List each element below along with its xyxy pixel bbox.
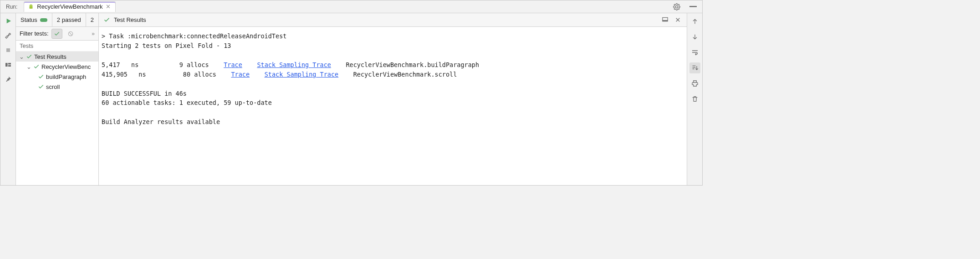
filter-more-button[interactable]: » bbox=[92, 31, 95, 37]
run-tool-window: Run: RecyclerViewBenchmark ✕ Status bbox=[0, 0, 703, 186]
run-label: Run: bbox=[3, 4, 20, 10]
passed-label: 2 passed bbox=[57, 16, 81, 23]
close-results-button[interactable] bbox=[674, 16, 682, 24]
wrench-button[interactable] bbox=[3, 31, 13, 41]
trace-link[interactable]: Trace bbox=[231, 71, 250, 78]
scroll-to-end-button[interactable] bbox=[689, 62, 700, 73]
console-text: RecyclerViewBenchmark.buildParagraph bbox=[331, 61, 479, 68]
check-icon bbox=[38, 83, 44, 90]
console-output[interactable]: > Task :microbenchmark:connectedReleaseA… bbox=[99, 27, 687, 185]
status-label: Status bbox=[20, 16, 37, 23]
check-icon bbox=[26, 53, 32, 60]
left-tool-strip bbox=[0, 13, 16, 185]
console-line: > Task :microbenchmark:connectedReleaseA… bbox=[102, 32, 286, 40]
count-cell: 2 bbox=[86, 13, 98, 26]
pin-button[interactable] bbox=[3, 74, 13, 84]
arrow-down-icon bbox=[691, 33, 699, 41]
console-text bbox=[250, 71, 265, 78]
console-text: 5,417 ns 9 allocs bbox=[102, 61, 224, 68]
stack-sampling-trace-link[interactable]: Stack Sampling Trace bbox=[257, 61, 331, 68]
printer-icon bbox=[691, 80, 699, 87]
print-button[interactable] bbox=[689, 78, 700, 89]
run-tab-bar: Run: RecyclerViewBenchmark ✕ bbox=[0, 0, 702, 13]
settings-button[interactable] bbox=[670, 1, 683, 12]
svg-rect-6 bbox=[8, 63, 11, 64]
svg-rect-10 bbox=[663, 20, 668, 21]
test-tree-panel: Status 2 passed 2 Filter tests: » Tests bbox=[16, 13, 99, 185]
count-label: 2 bbox=[91, 16, 94, 23]
svg-rect-5 bbox=[5, 63, 8, 67]
tree-header: Tests bbox=[16, 41, 98, 52]
wrench-icon bbox=[5, 32, 12, 39]
scroll-up-button[interactable] bbox=[689, 16, 700, 27]
toggle-console-button[interactable] bbox=[660, 15, 670, 25]
console-line: Build Analyzer results available bbox=[102, 118, 220, 125]
close-icon[interactable]: ✕ bbox=[106, 3, 111, 10]
console-line: 60 actionable tasks: 1 executed, 59 up-t… bbox=[102, 99, 272, 106]
filter-show-passed-button[interactable] bbox=[51, 29, 62, 39]
tree-root-label: Test Results bbox=[34, 53, 66, 60]
svg-point-0 bbox=[30, 5, 31, 5]
filter-label: Filter tests: bbox=[20, 30, 49, 37]
hide-button[interactable] bbox=[687, 4, 699, 9]
results-panel: Test Results > Task :microbenchmark:conn… bbox=[99, 13, 687, 185]
scroll-to-end-icon bbox=[691, 64, 699, 72]
play-icon bbox=[5, 17, 12, 25]
tree-method-label: buildParagraph bbox=[46, 73, 86, 80]
console-line: Starting 2 tests on Pixel Fold - 13 bbox=[102, 42, 231, 49]
check-icon bbox=[33, 63, 40, 70]
results-title: Test Results bbox=[114, 16, 146, 23]
pin-icon bbox=[5, 76, 12, 83]
chevron-down-icon[interactable]: ⌄ bbox=[19, 53, 24, 60]
run-config-tab[interactable]: RecyclerViewBenchmark ✕ bbox=[24, 1, 115, 12]
tree-root-node[interactable]: ⌄ Test Results bbox=[16, 52, 98, 62]
svg-point-1 bbox=[32, 5, 32, 5]
stack-sampling-trace-link[interactable]: Stack Sampling Trace bbox=[265, 71, 339, 78]
rerun-button[interactable] bbox=[3, 16, 13, 26]
run-config-tab-label: RecyclerViewBenchmark bbox=[37, 3, 102, 10]
trash-icon bbox=[691, 95, 699, 103]
android-robot-icon bbox=[28, 4, 34, 10]
status-bar: Status 2 passed 2 bbox=[16, 13, 98, 27]
close-icon bbox=[675, 17, 681, 23]
soft-wrap-icon bbox=[691, 49, 699, 56]
svg-rect-7 bbox=[8, 65, 11, 67]
console-text: RecyclerViewBenchmark.scroll bbox=[338, 71, 457, 78]
trace-link[interactable]: Trace bbox=[224, 61, 242, 68]
status-pass-pill-icon bbox=[40, 18, 47, 22]
tree-method-node[interactable]: scroll bbox=[16, 82, 98, 92]
results-header: Test Results bbox=[99, 13, 687, 27]
filter-show-ignored-button[interactable] bbox=[65, 29, 76, 39]
check-icon bbox=[54, 31, 60, 37]
test-tree[interactable]: ⌄ Test Results ⌄ RecyclerViewBenc buildP… bbox=[16, 52, 98, 185]
console-text: 415,905 ns 80 allocs bbox=[102, 71, 231, 78]
check-icon bbox=[38, 73, 44, 80]
stop-icon bbox=[5, 47, 12, 54]
stop-button[interactable] bbox=[3, 45, 13, 55]
console-line: BUILD SUCCESSFUL in 46s bbox=[102, 90, 187, 97]
scroll-down-button[interactable] bbox=[689, 31, 700, 42]
screen-icon bbox=[662, 16, 669, 23]
arrow-up-icon bbox=[691, 18, 699, 25]
gear-icon bbox=[673, 3, 680, 10]
layout-button[interactable] bbox=[3, 60, 13, 70]
filter-row: Filter tests: » bbox=[16, 27, 98, 41]
status-cell: Status bbox=[16, 13, 52, 26]
soft-wrap-button[interactable] bbox=[689, 47, 700, 58]
clear-button[interactable] bbox=[689, 93, 700, 104]
ignored-icon bbox=[67, 31, 74, 37]
svg-rect-4 bbox=[6, 48, 10, 52]
chevron-down-icon[interactable]: ⌄ bbox=[26, 63, 31, 70]
svg-rect-3 bbox=[689, 6, 697, 7]
tree-class-label: RecyclerViewBenc bbox=[41, 63, 91, 70]
tree-method-label: scroll bbox=[46, 83, 60, 90]
tree-class-node[interactable]: ⌄ RecyclerViewBenc bbox=[16, 62, 98, 72]
right-tool-strip bbox=[687, 13, 702, 185]
tree-method-node[interactable]: buildParagraph bbox=[16, 72, 98, 82]
layout-icon bbox=[5, 61, 12, 68]
minimize-icon bbox=[689, 6, 697, 7]
svg-rect-2 bbox=[30, 6, 33, 8]
check-icon bbox=[103, 16, 110, 23]
passed-cell: 2 passed bbox=[52, 13, 86, 26]
console-text bbox=[242, 61, 257, 68]
